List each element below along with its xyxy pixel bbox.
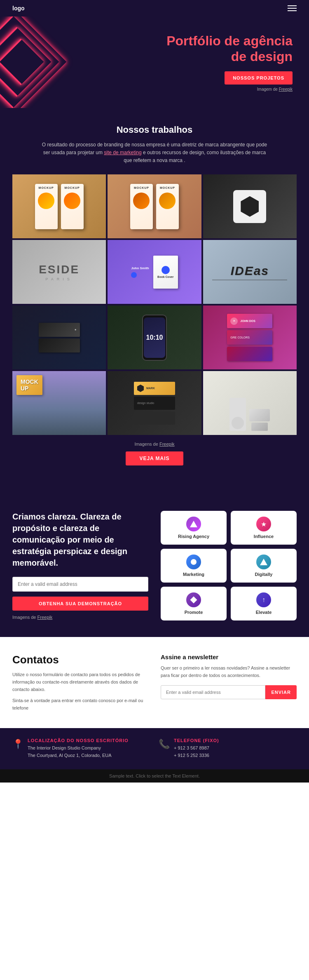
gallery-item[interactable]: ESIDE PARIS (12, 240, 106, 304)
gallery-credit-link[interactable]: Freepik (159, 442, 175, 447)
service-card-digitally: Digitally (231, 549, 297, 583)
contacts-title: Contatos (12, 653, 148, 666)
service-name-rising: Rising Agency (178, 534, 209, 539)
newsletter-submit-button[interactable]: ENVIAR (265, 685, 297, 699)
gallery-item[interactable]: ● (12, 306, 106, 369)
service-card-promote: Promote (161, 587, 227, 620)
office-company: The Interior Design Studio Company (28, 745, 129, 752)
contacts-desc1: Utilize o nosso formulário de contacto p… (12, 671, 148, 693)
works-section: Nossos trabalhos O resultado do processo… (0, 108, 309, 495)
newsletter-title: Assine a newsletter (161, 653, 297, 660)
services-grid: Rising Agency ★ Influence Marketing Digi… (161, 511, 297, 620)
header: logo (0, 0, 309, 16)
service-card-rising: Rising Agency (161, 511, 227, 545)
service-icon-promote (186, 592, 201, 607)
clarity-credit-link[interactable]: Freepik (37, 615, 53, 620)
phone-details: TELEFONE (FIXO) + 912 3 567 8987 + 912 5… (174, 738, 219, 759)
clarity-demo-button[interactable]: OBTENHA SUA DEMONSTRAÇÃO (12, 597, 148, 611)
clarity-section: Criamos clareza. Clareza de propósito e … (0, 494, 309, 637)
newsletter-form: ENVIAR (161, 685, 297, 699)
service-icon-influence: ★ (256, 517, 271, 531)
phone-number-1: + 912 3 567 8987 (174, 745, 219, 752)
gallery-item[interactable]: John Smith Book Cover (108, 240, 201, 304)
gallery-item[interactable] (203, 371, 297, 435)
phone-number-2: + 912 5 252 3336 (174, 752, 219, 759)
newsletter-block: Assine a newsletter Quer ser o primeiro … (161, 653, 297, 712)
hero-section: Portfólio de agência de design NOSSOS PR… (0, 16, 309, 108)
service-icon-digitally (256, 555, 271, 569)
marketing-link[interactable]: site de marketing (104, 150, 141, 155)
service-name-promote: Promote (185, 610, 203, 615)
hero-credit-link[interactable]: Freepik (279, 87, 293, 92)
logo: logo (12, 5, 25, 12)
gallery-grid: MOCKUP MOCKUP MOCKUP MOCKUP (12, 174, 297, 435)
hamburger-menu[interactable] (288, 5, 297, 11)
see-more-button[interactable]: VEJA MAIS (126, 451, 183, 465)
clarity-email-input[interactable] (12, 577, 148, 592)
star-icon: ★ (261, 520, 267, 528)
contacts-section: Contatos Utilize o nosso formulário de c… (0, 637, 309, 728)
clarity-title: Criamos clareza. Clareza de propósito e … (12, 511, 148, 569)
works-description: O resultado do processo de branding de n… (39, 141, 270, 165)
footer-text: Sample text. Click to select the Text El… (12, 773, 297, 778)
gallery-item[interactable]: MARK design studio (108, 371, 201, 435)
hero-arrows (0, 16, 115, 108)
hero-credit: Imagem de Freepik (152, 87, 293, 92)
office-details: LOCALIZAÇÃO DO NOSSO ESCRITÓRIO The Inte… (28, 738, 129, 759)
contacts-left: Contatos Utilize o nosso formulário de c… (12, 653, 148, 712)
gallery-item[interactable]: MOCKUP MOCKUP (108, 174, 201, 238)
service-card-elevate: ↑ Elevate (231, 587, 297, 620)
newsletter-desc: Quer ser o primeiro a ler nossas novidad… (161, 665, 297, 679)
service-name-elevate: Elevate (256, 610, 272, 615)
contacts-desc2: Sinta-se à vontade para entrar em contat… (12, 697, 148, 712)
gallery-item[interactable] (203, 174, 297, 238)
service-icon-marketing (186, 555, 201, 569)
location-section: 📍 LOCALIZAÇÃO DO NOSSO ESCRITÓRIO The In… (0, 728, 309, 769)
office-location: 📍 LOCALIZAÇÃO DO NOSSO ESCRITÓRIO The In… (12, 738, 150, 759)
service-icon-elevate: ↑ (256, 592, 271, 607)
gallery-item[interactable]: ✕ JOHN DOS GRE COLORS (203, 306, 297, 369)
service-icon-rising (186, 517, 201, 531)
office-label: LOCALIZAÇÃO DO NOSSO ESCRITÓRIO (28, 738, 129, 743)
gallery-credit: Imagens de Freepik (12, 442, 297, 447)
hero-content: Portfólio de agência de design NOSSOS PR… (152, 33, 293, 92)
clarity-left: Criamos clareza. Clareza de propósito e … (12, 511, 148, 620)
gallery-item[interactable]: 10:10 (108, 306, 201, 369)
gallery-item[interactable]: MOCKUP (12, 371, 106, 435)
newsletter-email-input[interactable] (161, 685, 265, 699)
service-card-marketing: Marketing (161, 549, 227, 583)
office-address: The Courtyard, Al Quoz 1, Colorado, EUA (28, 752, 129, 759)
hero-cta-button[interactable]: NOSSOS PROJETOS (225, 71, 293, 85)
service-name-influence: Influence (254, 534, 274, 539)
phone-icon: 📞 (159, 739, 170, 750)
up-icon: ↑ (262, 596, 265, 604)
clarity-credit: Imagens de Freepik (12, 615, 148, 620)
service-name-marketing: Marketing (183, 572, 204, 577)
footer: Sample text. Click to select the Text El… (0, 769, 309, 783)
gallery-item[interactable]: IDEas (203, 240, 297, 304)
phone-info: 📞 TELEFONE (FIXO) + 912 3 567 8987 + 912… (159, 738, 297, 759)
works-title: Nossos trabalhos (12, 125, 297, 135)
service-name-digitally: Digitally (255, 572, 273, 577)
location-pin-icon: 📍 (12, 739, 23, 750)
service-card-influence: ★ Influence (231, 511, 297, 545)
hero-title: Portfólio de agência de design (152, 33, 293, 65)
gallery-item[interactable]: MOCKUP MOCKUP (12, 174, 106, 238)
phone-label: TELEFONE (FIXO) (174, 738, 219, 743)
